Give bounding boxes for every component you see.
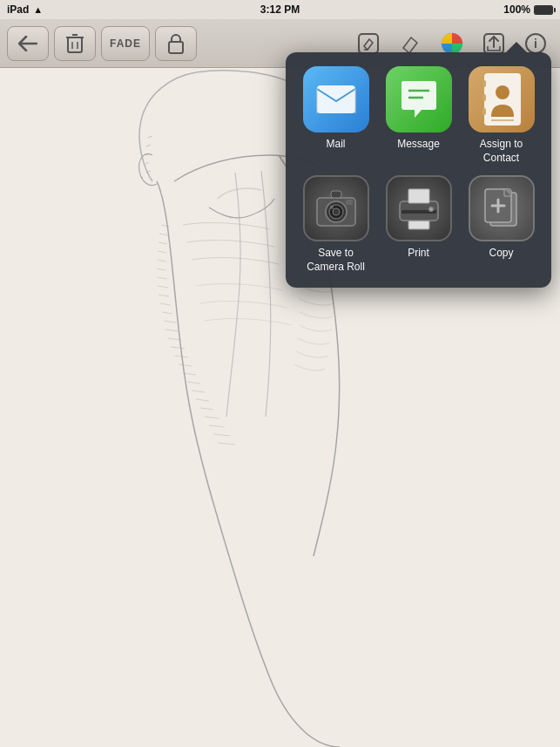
erase-icon xyxy=(399,32,422,55)
battery-icon xyxy=(534,5,553,15)
message-icon xyxy=(386,66,452,132)
mail-icon xyxy=(303,66,369,132)
back-icon xyxy=(18,36,37,51)
status-time: 3:12 PM xyxy=(260,3,300,16)
camera-svg xyxy=(314,187,359,229)
svg-rect-5 xyxy=(169,42,183,53)
svg-rect-21 xyxy=(482,108,486,115)
carrier-label: iPad xyxy=(7,3,29,16)
status-bar: iPad ▲ 3:12 PM 100% xyxy=(0,0,560,19)
status-left: iPad ▲ xyxy=(7,3,43,16)
back-button[interactable] xyxy=(7,26,49,61)
trash-icon xyxy=(65,33,84,54)
svg-text:i: i xyxy=(534,37,537,51)
edit-icon xyxy=(357,32,380,55)
svg-rect-13 xyxy=(317,85,355,113)
svg-rect-30 xyxy=(346,200,353,205)
copy-item[interactable]: Copy xyxy=(465,175,537,274)
mail-label: Mail xyxy=(326,138,345,152)
mail-item[interactable]: Mail xyxy=(300,66,372,165)
wifi-icon: ▲ xyxy=(33,4,43,15)
print-label: Print xyxy=(408,247,429,261)
lock-icon xyxy=(167,33,185,54)
mail-envelope-svg xyxy=(315,84,357,115)
print-item[interactable]: Print xyxy=(382,175,455,274)
svg-rect-29 xyxy=(331,191,341,198)
save-camera-roll-item[interactable]: Save toCamera Roll xyxy=(300,175,372,274)
svg-rect-6 xyxy=(359,34,378,53)
trash-button[interactable] xyxy=(54,26,96,61)
message-item[interactable]: Message xyxy=(382,66,455,165)
copy-label: Copy xyxy=(489,247,513,261)
svg-rect-19 xyxy=(482,80,486,87)
copy-svg xyxy=(478,184,525,233)
info-icon: i xyxy=(524,32,547,55)
svg-rect-0 xyxy=(68,37,82,52)
message-label: Message xyxy=(397,138,440,152)
svg-point-22 xyxy=(496,85,509,99)
assign-contact-label: Assign toContact xyxy=(480,138,523,165)
printer-svg xyxy=(395,186,443,231)
battery-fill xyxy=(535,6,552,14)
message-bubble-svg xyxy=(397,79,441,119)
svg-point-31 xyxy=(330,206,334,209)
camera-roll-icon xyxy=(303,175,369,241)
svg-rect-20 xyxy=(482,94,486,101)
share-icon xyxy=(482,32,505,55)
save-camera-label: Save toCamera Roll xyxy=(307,247,365,274)
share-popover: Mail Message xyxy=(286,52,551,288)
svg-rect-34 xyxy=(408,189,429,203)
svg-point-28 xyxy=(333,208,340,215)
print-icon xyxy=(386,175,452,241)
battery-label: 100% xyxy=(503,3,530,16)
assign-contact-item[interactable]: Assign toContact xyxy=(465,66,537,165)
copy-icon xyxy=(469,175,535,241)
fade-button[interactable]: FADE xyxy=(101,26,150,61)
contact-book-svg xyxy=(477,71,526,127)
lock-button[interactable] xyxy=(155,26,197,61)
popover-grid: Mail Message xyxy=(300,66,537,274)
svg-point-37 xyxy=(429,208,432,211)
status-right: 100% xyxy=(503,3,553,16)
fade-label: FADE xyxy=(110,37,141,50)
contact-icon xyxy=(469,66,535,132)
